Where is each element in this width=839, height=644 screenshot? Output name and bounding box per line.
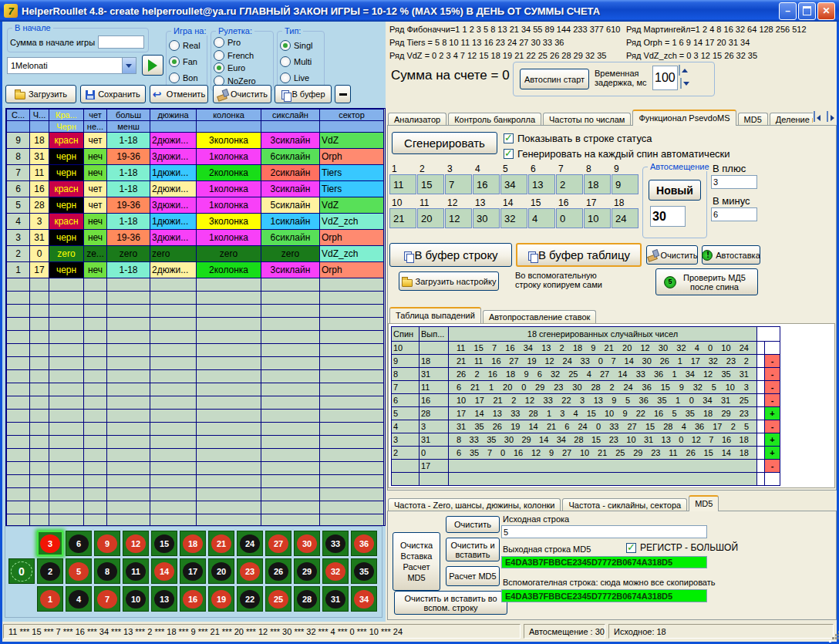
resize-grip[interactable] <box>832 637 834 639</box>
inner-tab-1[interactable]: Автопроставление ставок <box>483 310 596 323</box>
tab-scroll-left-icon[interactable] <box>814 111 815 122</box>
main-tab-3[interactable]: Функционал PsevdoMS <box>632 110 736 126</box>
board-number-2[interactable]: 2 <box>37 558 63 584</box>
autoshift-value-input[interactable] <box>650 206 686 227</box>
copy-row-button[interactable]: В буфер строку <box>389 243 512 267</box>
board-number-29[interactable]: 29 <box>294 558 320 584</box>
clear-button[interactable]: Очистить <box>646 245 698 265</box>
main-tab-0[interactable]: Анализатор <box>388 113 446 126</box>
toolbar-save-button[interactable]: Сохранить <box>80 85 146 103</box>
autobet-button[interactable]: Автоставка <box>702 245 760 265</box>
delay-input[interactable] <box>652 66 678 90</box>
board-number-22[interactable]: 22 <box>237 586 263 612</box>
board-number-25[interactable]: 25 <box>265 586 291 612</box>
board-number-8[interactable]: 8 <box>94 558 120 584</box>
radio-option-multi[interactable]: Multi <box>280 56 322 67</box>
preset-combo[interactable]: 1Melonati <box>7 57 136 74</box>
toolbar-clean-button[interactable]: Очистить <box>213 85 271 103</box>
board-number-19[interactable]: 19 <box>208 586 234 612</box>
board-number-1[interactable]: 1 <box>37 586 63 612</box>
board-number-14[interactable]: 14 <box>151 558 177 584</box>
board-number-32[interactable]: 32 <box>322 558 349 584</box>
board-number-3[interactable]: 3 <box>37 531 63 556</box>
load-config-button[interactable]: Загрузить настройку <box>399 271 499 291</box>
radio-option-fan[interactable]: Fan <box>169 56 204 67</box>
bottom-tab-1[interactable]: Частота - сиклайны, сектора <box>562 498 687 511</box>
md5-clear-button[interactable]: Очистить <box>446 516 500 533</box>
board-number-23[interactable]: 23 <box>237 558 263 584</box>
spinner-down-icon[interactable] <box>680 78 682 89</box>
board-number-27[interactable]: 27 <box>265 531 291 556</box>
board-number-36[interactable]: 36 <box>351 531 377 556</box>
md5-clear-paste-button[interactable]: Очистить и вставить <box>446 538 500 561</box>
md5-calc-button[interactable]: Расчет MD5 <box>446 566 500 586</box>
radio-option-euro[interactable]: Euro <box>214 62 271 73</box>
minimize-button[interactable]: – <box>779 2 797 20</box>
main-tab-4[interactable]: MD5 <box>738 113 768 126</box>
board-number-18[interactable]: 18 <box>180 531 206 556</box>
board-number-30[interactable]: 30 <box>294 531 320 556</box>
minus-input[interactable] <box>711 207 757 221</box>
board-number-20[interactable]: 20 <box>208 558 234 584</box>
radio-option-live[interactable]: Live <box>280 72 322 83</box>
toolbar-copy-button[interactable]: В буфер <box>275 85 332 103</box>
board-number-24[interactable]: 24 <box>237 531 263 556</box>
uppercase-checkbox[interactable]: РЕГИСТР - БОЛЬШОЙ <box>626 542 738 553</box>
spinner-up-icon[interactable] <box>679 65 680 76</box>
board-number-28[interactable]: 28 <box>294 586 320 612</box>
check-md5-button[interactable]: Проверить МД5 после спина <box>655 268 758 295</box>
board-number-15[interactable]: 15 <box>151 531 177 556</box>
main-tab-1[interactable]: Контроль банкролла <box>448 113 541 126</box>
radio-option-real[interactable]: Real <box>169 40 204 51</box>
board-number-4[interactable]: 4 <box>66 586 92 612</box>
bottom-tab-2[interactable]: MD5 <box>689 495 719 511</box>
board-number-11[interactable]: 11 <box>123 558 149 584</box>
board-number-0[interactable]: 0 <box>8 558 35 584</box>
md5-output-field[interactable]: E4DA3B7FBBCE2345D7772B0674A318D5 <box>501 556 707 568</box>
board-number-7[interactable]: 7 <box>94 586 120 612</box>
radio-option-french[interactable]: French <box>214 50 271 61</box>
tab-scroll-right-icon[interactable] <box>827 111 828 122</box>
copy-table-button[interactable]: В буфер таблицу <box>516 243 642 267</box>
board-number-17[interactable]: 17 <box>180 558 206 584</box>
board-number-21[interactable]: 21 <box>208 531 234 556</box>
history-empty-cell <box>150 436 197 449</box>
bottom-tab-0[interactable]: Частота - Zero, шансы, дюжины, колонки <box>388 498 561 511</box>
md5-aux-field[interactable]: E4DA3B7FBBCE2345D7772B0674A318D5 <box>501 589 707 602</box>
show-in-status-checkbox[interactable]: Показывать в строке статуса <box>504 133 652 144</box>
board-number-26[interactable]: 26 <box>265 558 291 584</box>
md5-clear-paste-aux-button[interactable]: Очистить и вставить во вспом. строку <box>394 591 507 615</box>
board-number-31[interactable]: 31 <box>322 586 349 612</box>
chevron-down-icon[interactable] <box>122 58 136 73</box>
board-number-6[interactable]: 6 <box>66 531 92 556</box>
board-number-12[interactable]: 12 <box>123 531 149 556</box>
inner-tab-0[interactable]: Таблица выпадений <box>389 307 481 323</box>
board-number-9[interactable]: 9 <box>94 531 120 556</box>
toolbar-minus-button[interactable] <box>335 85 351 103</box>
toolbar-open-folder-button[interactable]: Загрузить <box>5 85 76 103</box>
board-number-33[interactable]: 33 <box>322 531 349 556</box>
generate-each-spin-checkbox[interactable]: Генерировать на каждый спин автоматическ… <box>504 148 730 160</box>
board-number-16[interactable]: 16 <box>180 586 206 612</box>
radio-option-singl[interactable]: Singl <box>280 40 322 51</box>
maximize-button[interactable] <box>798 2 816 20</box>
plus-input[interactable] <box>711 175 757 189</box>
board-number-13[interactable]: 13 <box>151 586 177 612</box>
board-number-34[interactable]: 34 <box>351 586 377 612</box>
radio-option-pro[interactable]: Pro <box>214 37 271 48</box>
source-string-input[interactable] <box>501 525 707 538</box>
board-number-35[interactable]: 35 <box>351 558 377 584</box>
toolbar-undo-button[interactable]: Отменить <box>150 85 208 103</box>
new-button[interactable]: Новый <box>649 180 701 201</box>
main-tab-5[interactable]: Деление ко <box>770 113 813 126</box>
close-button[interactable]: ✕ <box>817 2 835 20</box>
start-sum-input[interactable] <box>98 35 144 49</box>
board-number-10[interactable]: 10 <box>123 586 149 612</box>
autospin-start-button[interactable]: Автоспин старт <box>520 69 589 89</box>
generate-button[interactable]: Сгенерировать <box>392 132 497 154</box>
radio-option-bon[interactable]: Bon <box>169 72 204 83</box>
board-number-5[interactable]: 5 <box>66 558 92 584</box>
play-button[interactable] <box>142 55 163 76</box>
md5-big-button[interactable]: Очистка Вставка Расчет MD5 <box>393 532 440 591</box>
main-tab-2[interactable]: Частоты по числам <box>543 113 631 126</box>
